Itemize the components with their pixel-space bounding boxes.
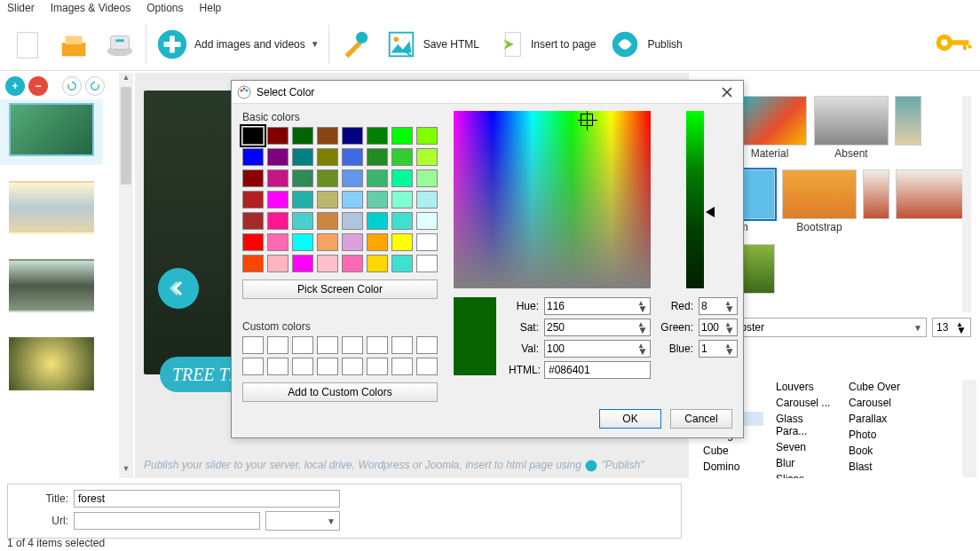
basic-color-swatch[interactable] bbox=[391, 127, 413, 145]
remove-thumb-button[interactable]: − bbox=[28, 76, 48, 96]
basic-color-swatch[interactable] bbox=[416, 255, 438, 272]
close-button[interactable] bbox=[716, 83, 738, 101]
save-html-button[interactable]: Save HTML bbox=[381, 24, 483, 65]
basic-color-swatch[interactable] bbox=[267, 191, 288, 209]
tools-button[interactable] bbox=[335, 24, 375, 65]
basic-color-swatch[interactable] bbox=[391, 169, 413, 187]
menu-help[interactable]: Help bbox=[200, 2, 222, 16]
prev-slide-button[interactable] bbox=[158, 268, 199, 309]
val-spinner[interactable]: 100▲▼ bbox=[544, 340, 651, 358]
basic-color-swatch[interactable] bbox=[267, 255, 288, 272]
menu-images-videos[interactable]: Images & Videos bbox=[51, 2, 131, 16]
title-input[interactable] bbox=[74, 490, 340, 508]
basic-color-swatch[interactable] bbox=[416, 169, 438, 187]
custom-color-swatch[interactable] bbox=[391, 358, 413, 375]
effect-book[interactable]: Book bbox=[845, 444, 909, 458]
custom-color-swatch[interactable] bbox=[391, 336, 413, 354]
font-size-spinner[interactable]: 13 ▲▼ bbox=[932, 318, 971, 337]
custom-color-swatch[interactable] bbox=[242, 358, 264, 375]
thumbnail-3[interactable] bbox=[9, 259, 94, 312]
html-color-input[interactable] bbox=[544, 361, 651, 379]
basic-color-swatch[interactable] bbox=[267, 212, 288, 230]
basic-color-swatch[interactable] bbox=[367, 255, 388, 272]
basic-color-swatch[interactable] bbox=[367, 148, 388, 166]
basic-color-swatch[interactable] bbox=[416, 212, 438, 230]
effect-slices[interactable]: Slices bbox=[772, 472, 836, 478]
basic-color-swatch[interactable] bbox=[242, 255, 264, 272]
basic-color-swatch[interactable] bbox=[391, 212, 413, 230]
basic-color-swatch[interactable] bbox=[416, 127, 438, 145]
effect-carousel-1[interactable]: Carousel ... bbox=[772, 396, 836, 410]
custom-color-swatch[interactable] bbox=[267, 336, 288, 354]
hue-strip[interactable] bbox=[686, 111, 704, 288]
template-bridge[interactable] bbox=[896, 169, 970, 219]
template-partial-1[interactable] bbox=[863, 169, 889, 219]
add-to-custom-button[interactable]: Add to Custom Colors bbox=[242, 382, 438, 402]
dropdown-caret-icon[interactable]: ▼ bbox=[311, 39, 320, 49]
thumbnail-1[interactable] bbox=[9, 103, 94, 156]
sv-gradient[interactable] bbox=[454, 111, 651, 288]
add-thumb-button[interactable]: + bbox=[5, 76, 25, 96]
url-input[interactable] bbox=[74, 512, 260, 530]
basic-color-swatch[interactable] bbox=[317, 127, 338, 145]
basic-color-swatch[interactable] bbox=[292, 255, 313, 272]
basic-color-swatch[interactable] bbox=[267, 169, 288, 187]
basic-color-swatch[interactable] bbox=[367, 169, 388, 187]
basic-color-swatch[interactable] bbox=[242, 212, 264, 230]
add-images-button[interactable]: Add images and videos ▼ bbox=[152, 24, 323, 65]
cancel-button[interactable]: Cancel bbox=[670, 409, 732, 429]
basic-color-swatch[interactable] bbox=[292, 169, 313, 187]
hue-spinner[interactable]: 116▲▼ bbox=[544, 297, 651, 315]
basic-color-swatch[interactable] bbox=[416, 191, 438, 209]
green-spinner[interactable]: 100▲▼ bbox=[699, 319, 738, 336]
save-button[interactable] bbox=[99, 24, 140, 65]
effect-carousel-2[interactable]: Carousel bbox=[845, 396, 909, 410]
template-bootstrap[interactable] bbox=[782, 169, 857, 219]
font-family-combo[interactable]: Lobster▼ bbox=[724, 318, 927, 337]
thumbnails-scrollbar[interactable]: ▲ ▼ bbox=[119, 73, 133, 478]
basic-color-swatch[interactable] bbox=[242, 233, 264, 251]
effect-blur[interactable]: Blur bbox=[772, 456, 836, 470]
basic-color-swatch[interactable] bbox=[317, 148, 338, 166]
basic-color-swatch[interactable] bbox=[317, 169, 338, 187]
basic-color-swatch[interactable] bbox=[267, 127, 288, 145]
custom-color-swatch[interactable] bbox=[317, 336, 338, 354]
effect-louvers[interactable]: Louvers bbox=[772, 380, 836, 394]
basic-color-swatch[interactable] bbox=[342, 212, 363, 230]
basic-color-swatch[interactable] bbox=[391, 233, 413, 251]
effect-cube[interactable]: Cube bbox=[699, 444, 763, 458]
custom-color-swatch[interactable] bbox=[242, 336, 264, 354]
license-key-icon[interactable] bbox=[932, 26, 973, 62]
basic-color-swatch[interactable] bbox=[342, 255, 363, 272]
basic-color-swatch[interactable] bbox=[391, 255, 413, 272]
thumbnails-list[interactable] bbox=[0, 99, 133, 478]
effect-domino[interactable]: Domino bbox=[699, 460, 763, 474]
sat-spinner[interactable]: 250▲▼ bbox=[544, 319, 651, 336]
basic-color-swatch[interactable] bbox=[317, 255, 338, 272]
basic-color-swatch[interactable] bbox=[242, 169, 264, 187]
basic-color-swatch[interactable] bbox=[292, 233, 313, 251]
basic-color-swatch[interactable] bbox=[391, 148, 413, 166]
basic-color-swatch[interactable] bbox=[242, 191, 264, 209]
basic-color-swatch[interactable] bbox=[416, 233, 438, 251]
basic-color-swatch[interactable] bbox=[292, 212, 313, 230]
basic-color-swatch[interactable] bbox=[242, 127, 264, 145]
menu-slider[interactable]: Slider bbox=[7, 2, 35, 16]
basic-color-swatch[interactable] bbox=[317, 191, 338, 209]
sv-cursor[interactable] bbox=[581, 114, 593, 126]
thumbnail-2[interactable] bbox=[9, 181, 94, 234]
red-spinner[interactable]: 8▲▼ bbox=[699, 297, 738, 315]
basic-color-swatch[interactable] bbox=[267, 148, 288, 166]
basic-color-swatch[interactable] bbox=[242, 148, 264, 166]
custom-color-swatch[interactable] bbox=[317, 358, 338, 375]
custom-color-swatch[interactable] bbox=[342, 336, 363, 354]
insert-page-button[interactable]: Insert to page bbox=[488, 24, 599, 65]
custom-color-swatch[interactable] bbox=[416, 336, 438, 354]
basic-color-swatch[interactable] bbox=[342, 127, 363, 145]
template-scrollbar[interactable] bbox=[962, 96, 971, 312]
blue-spinner[interactable]: 1▲▼ bbox=[699, 340, 738, 358]
custom-color-swatch[interactable] bbox=[292, 336, 313, 354]
basic-color-swatch[interactable] bbox=[292, 191, 313, 209]
basic-color-swatch[interactable] bbox=[267, 233, 288, 251]
rotate-left-button[interactable] bbox=[62, 76, 82, 96]
